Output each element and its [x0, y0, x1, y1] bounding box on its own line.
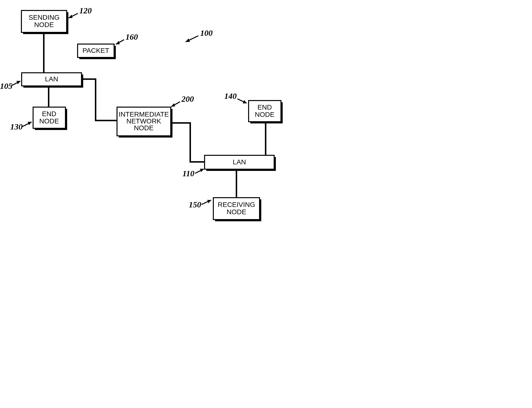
end-node-1: END NODE [33, 107, 67, 130]
svg-text:140: 140 [224, 92, 237, 101]
sending-node: SENDING NODE [21, 10, 68, 34]
sending-node-label1: SENDING [28, 14, 60, 21]
svg-text:200: 200 [181, 94, 194, 103]
sending-node-label2: NODE [34, 21, 54, 28]
svg-text:160: 160 [126, 32, 138, 41]
ref-120: 120 [69, 6, 92, 18]
svg-marker-3 [69, 15, 72, 18]
ref-100: 100 [186, 28, 213, 42]
svg-marker-8 [116, 41, 120, 44]
intermediate-label1: INTERMEDIATE [119, 111, 169, 118]
svg-marker-23 [171, 103, 175, 107]
svg-text:100: 100 [200, 28, 213, 37]
network-diagram: SENDING NODE 120 PACKET 160 LAN 105 END … [0, 0, 399, 306]
svg-text:120: 120 [79, 6, 92, 15]
end-node2-label2: NODE [255, 111, 275, 118]
ref-200: 200 [171, 94, 194, 107]
ref-110: 110 [182, 169, 204, 178]
intermediate-label2: NETWORK [126, 117, 161, 125]
receiving-node: RECEIVING NODE [213, 198, 261, 221]
ref-105: 105 [0, 81, 20, 91]
lan1: LAN [22, 73, 83, 88]
svg-text:110: 110 [182, 169, 194, 178]
receiving-label2: NODE [227, 208, 246, 216]
intermediate-node: INTERMEDIATE NETWORK NODE [117, 107, 172, 138]
ref-130: 130 [10, 122, 32, 131]
svg-text:150: 150 [189, 200, 201, 209]
intermediate-label3: NODE [134, 124, 154, 132]
svg-text:130: 130 [10, 122, 23, 131]
lan2: LAN [205, 155, 276, 171]
receiving-label1: RECEIVING [218, 201, 255, 208]
packet: PACKET [78, 44, 116, 59]
end-node1-label1: END [42, 110, 56, 118]
lan2-label: LAN [233, 158, 246, 166]
packet-label: PACKET [82, 47, 109, 54]
end-node1-label2: NODE [39, 117, 59, 125]
svg-text:105: 105 [0, 82, 12, 91]
ref-150: 150 [189, 200, 211, 209]
ref-140: 140 [224, 92, 247, 103]
wire-lan1-intermediate [81, 79, 117, 121]
end-node-2: END NODE [249, 101, 283, 123]
end-node2-label1: END [257, 103, 272, 111]
wire-intermediate-lan2 [171, 123, 205, 162]
lan1-label: LAN [45, 75, 58, 83]
ref-160: 160 [116, 32, 138, 44]
